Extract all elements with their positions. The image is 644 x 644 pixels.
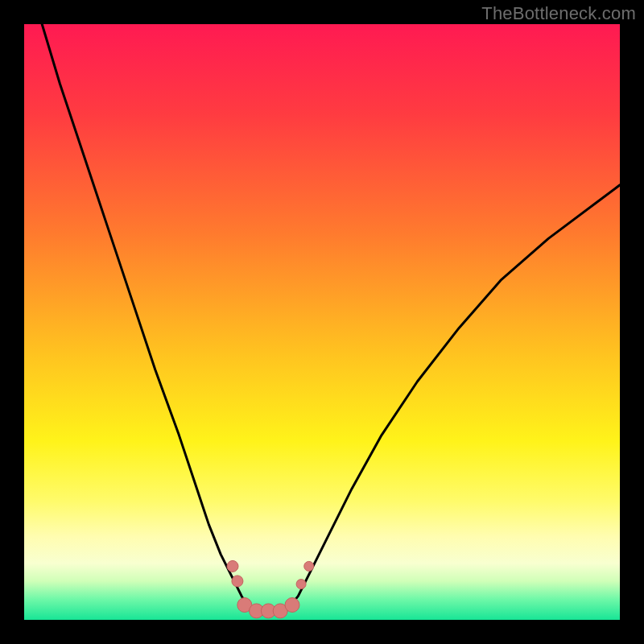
- marker-point: [232, 576, 243, 587]
- marker-point: [296, 580, 306, 589]
- marker-point: [304, 561, 314, 571]
- marker-point: [227, 560, 238, 572]
- marker-point: [285, 598, 299, 613]
- plot-background: [24, 24, 620, 620]
- watermark-text: TheBottleneck.com: [481, 3, 636, 24]
- chart-frame: TheBottleneck.com: [0, 0, 644, 644]
- bottleneck-plot: [24, 24, 620, 620]
